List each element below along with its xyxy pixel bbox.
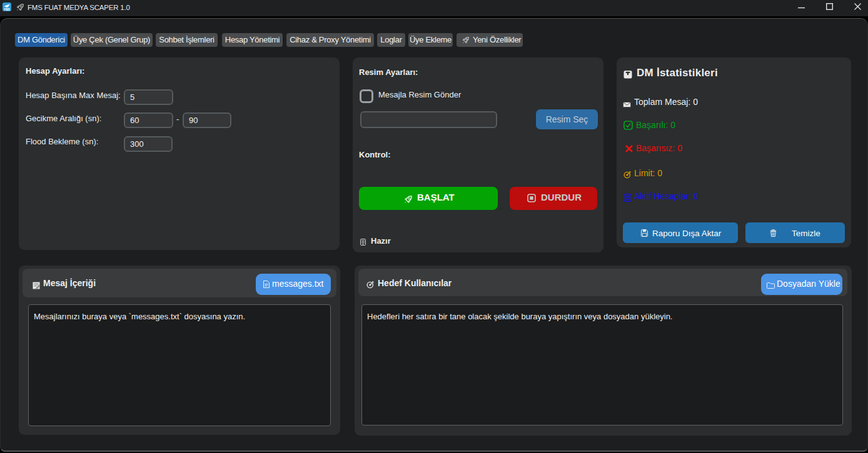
svg-text:FMS: FMS	[4, 8, 10, 11]
